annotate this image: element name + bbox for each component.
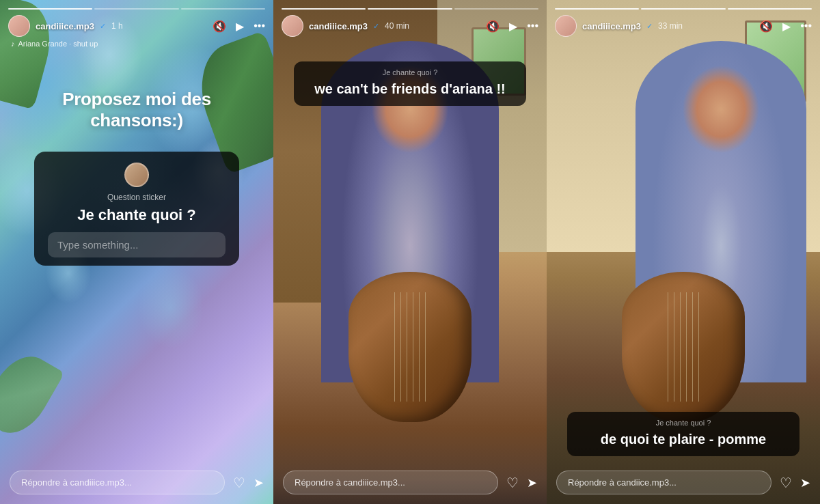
question-label-small: Question sticker [48, 193, 226, 202]
question-title-1: Je chante quoi ? [48, 206, 226, 224]
more-icon-1[interactable]: ••• [254, 20, 265, 32]
header-actions-2: 🔇 ▶ ••• [486, 20, 538, 33]
header-row-2: candiiice.mp3 ✓ 40 min 🔇 ▶ ••• [282, 15, 538, 37]
progress-seg-3-2 [641, 8, 725, 10]
progress-seg-3-1 [555, 8, 639, 10]
heart-icon-3[interactable]: ♡ [780, 475, 792, 491]
bottom-overlay-3: Je chante quoi ? de quoi te plaire - pom… [567, 412, 800, 456]
answer-bubble-2: Je chante quoi ? we can't be friends d'a… [294, 61, 526, 106]
avatar-2 [282, 15, 303, 37]
volume-icon-1[interactable]: 🔇 [213, 20, 226, 33]
guitar-strings-3 [668, 292, 699, 402]
music-tag-1: ♪ Ariana Grande · shut up [8, 40, 265, 48]
guitar-string-1 [394, 292, 395, 402]
volume-icon-3[interactable]: 🔇 [759, 20, 773, 33]
time-ago-2: 40 min [385, 21, 409, 31]
answer-label-3: Je chante quoi ? [578, 419, 789, 427]
volume-icon-2[interactable]: 🔇 [486, 20, 500, 33]
play-icon-3[interactable]: ▶ [782, 20, 791, 33]
story-bottom-2: Répondre à candiiice.mp3... ♡ ➤ [273, 464, 547, 504]
play-icon-2[interactable]: ▶ [509, 20, 517, 33]
story-header-2: candiiice.mp3 ✓ 40 min 🔇 ▶ ••• [273, 0, 547, 42]
music-text-1: Ariana Grande · shut up [18, 40, 98, 48]
username-1[interactable]: candiiice.mp3 [36, 21, 94, 31]
question-placeholder-1: Type something... [57, 239, 138, 251]
guitar-string-3-2 [674, 292, 674, 402]
send-icon-3[interactable]: ➤ [800, 475, 810, 490]
heart-icon-1[interactable]: ♡ [233, 475, 245, 491]
guitar-string-3-5 [692, 292, 693, 402]
header-row-1: candiiice.mp3 ✓ 1 h 🔇 ▶ ••• [8, 15, 265, 37]
guitar-string-6 [425, 292, 426, 402]
verified-icon-1: ✓ [100, 22, 106, 31]
bottom-overlay-inner-3: Je chante quoi ? de quoi te plaire - pom… [567, 412, 800, 456]
story-bottom-1: Répondre à candiiice.mp3... ♡ ➤ [0, 464, 273, 504]
header-actions-3: 🔇 ▶ ••• [759, 20, 812, 33]
guitar-string-2 [400, 292, 401, 402]
guitar-string-3-3 [680, 292, 681, 402]
guitar-area-2 [335, 272, 485, 463]
guitar-string-4 [413, 292, 413, 402]
progress-bar-row-1 [8, 8, 265, 10]
reply-placeholder-1: Répondre à candiiice.mp3... [21, 477, 132, 488]
time-ago-1: 1 h [111, 21, 123, 31]
guitar-string-3 [407, 292, 407, 402]
story-panel-1: candiiice.mp3 ✓ 1 h 🔇 ▶ ••• ♪ Ariana Gra… [0, 0, 273, 504]
avatar-3 [555, 15, 577, 37]
verified-icon-3: ✓ [646, 22, 653, 31]
progress-seg-3-3 [728, 8, 812, 10]
reply-input-2[interactable]: Répondre à candiiice.mp3... [283, 471, 498, 494]
progress-seg-2-2 [368, 8, 452, 10]
guitar-body-2 [348, 272, 472, 422]
guitar-string-3-1 [668, 292, 668, 402]
more-icon-2[interactable]: ••• [527, 20, 538, 32]
story-header-3: candiiice.mp3 ✓ 33 min 🔇 ▶ ••• [547, 0, 820, 42]
reply-input-1[interactable]: Répondre à candiiice.mp3... [10, 471, 225, 494]
avatar-1 [8, 15, 30, 37]
story-bottom-3: Répondre à candiice.mp3... ♡ ➤ [547, 464, 820, 504]
story-panel-2: Je chante quoi ? we can't be friends d'a… [273, 0, 547, 504]
question-avatar-img [124, 163, 149, 187]
progress-seg-1 [8, 8, 92, 10]
question-box-1: Question sticker Je chante quoi ? Type s… [34, 152, 239, 266]
time-ago-3: 33 min [658, 21, 683, 31]
answer-bubble-inner-2: Je chante quoi ? we can't be friends d'a… [294, 61, 526, 106]
answer-text-2: we can't be friends d'ariana !! [305, 80, 515, 98]
progress-seg-3 [181, 8, 265, 10]
header-actions-1: 🔇 ▶ ••• [213, 20, 265, 33]
reply-input-3[interactable]: Répondre à candiice.mp3... [556, 471, 771, 494]
progress-seg-2-1 [282, 8, 366, 10]
heart-icon-2[interactable]: ♡ [506, 475, 519, 491]
username-3[interactable]: candiiice.mp3 [582, 21, 641, 31]
propose-text: Proposez moi des chansons:) [0, 89, 273, 131]
guitar-string-5 [419, 292, 420, 402]
progress-seg-2 [94, 8, 178, 10]
answer-text-3: de quoi te plaire - pomme [578, 430, 789, 448]
music-note-icon-1: ♪ [11, 40, 15, 48]
header-row-3: candiiice.mp3 ✓ 33 min 🔇 ▶ ••• [555, 15, 812, 37]
story-header-1: candiiice.mp3 ✓ 1 h 🔇 ▶ ••• ♪ Ariana Gra… [0, 0, 273, 53]
question-avatar-row [48, 163, 226, 187]
guitar-strings-2 [394, 292, 426, 402]
guitar-string-3-4 [686, 292, 687, 402]
answer-label-2: Je chante quoi ? [305, 68, 515, 76]
story-content-1: Proposez moi des chansons:) Question sti… [0, 0, 273, 504]
reply-placeholder-2: Répondre à candiiice.mp3... [295, 477, 405, 488]
story-panel-3: Je chante quoi ? de quoi te plaire - pom… [547, 0, 820, 504]
send-icon-1[interactable]: ➤ [254, 475, 264, 490]
progress-seg-2-3 [454, 8, 538, 10]
verified-icon-2: ✓ [373, 22, 379, 31]
progress-bar-row-2 [282, 8, 538, 10]
guitar-body-3 [622, 272, 745, 422]
reply-placeholder-3: Répondre à candiice.mp3... [568, 477, 676, 488]
progress-bar-row-3 [555, 8, 812, 10]
guitar-string-3-6 [698, 292, 699, 402]
send-icon-2[interactable]: ➤ [527, 475, 537, 490]
more-icon-3[interactable]: ••• [800, 20, 812, 32]
question-input-1[interactable]: Type something... [48, 232, 226, 257]
play-icon-1[interactable]: ▶ [236, 20, 244, 33]
username-2[interactable]: candiiice.mp3 [309, 21, 368, 31]
